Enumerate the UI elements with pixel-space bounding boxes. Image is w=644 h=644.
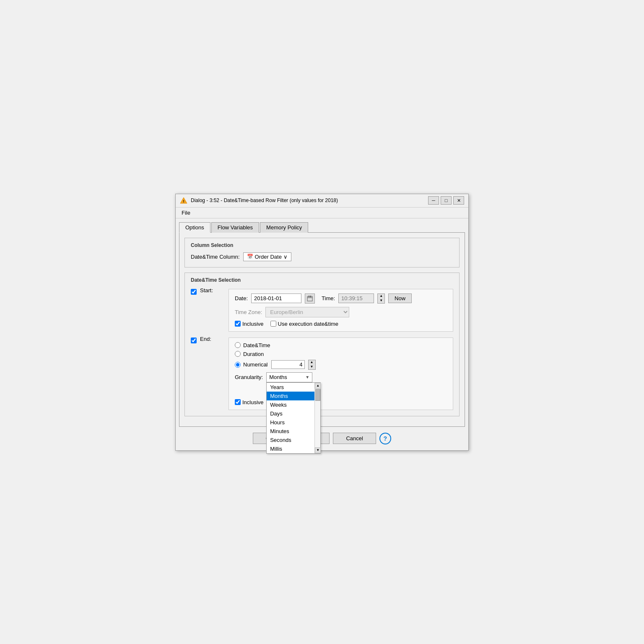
time-label: Time: — [322, 295, 335, 301]
timezone-select[interactable]: Europe/Berlin — [265, 307, 349, 317]
cancel-button[interactable]: Cancel — [333, 433, 376, 444]
help-button[interactable]: ? — [379, 433, 391, 444]
granularity-item-minutes[interactable]: Minutes — [267, 427, 320, 436]
maximize-button[interactable]: □ — [441, 196, 452, 205]
end-numerical-option: Numerical — [235, 361, 268, 368]
now-button[interactable]: Now — [388, 293, 412, 303]
file-menu[interactable]: File — [179, 209, 193, 217]
warning-icon: ! — [180, 197, 187, 204]
numerical-value-input[interactable] — [271, 360, 305, 369]
calendar-icon: 📅 — [247, 254, 253, 260]
calendar-icon — [307, 296, 313, 301]
end-checkbox[interactable] — [191, 338, 197, 343]
start-time-input[interactable]: 10:39:15 — [338, 293, 374, 303]
start-inclusive-checkbox[interactable] — [235, 321, 241, 327]
timezone-label: Time Zone: — [235, 309, 262, 315]
svg-rect-4 — [309, 296, 309, 297]
datetime-selection-section: Date&Time Selection Start: Date: 2018-01… — [184, 273, 460, 416]
scroll-down-button[interactable]: ▼ — [315, 447, 321, 453]
granularity-item-years[interactable]: Years — [267, 383, 320, 392]
bottom-bar: OK Apply Cancel ? — [176, 427, 468, 450]
title-bar: ! Dialog - 3:52 - Date&Time-based Row Fi… — [176, 194, 468, 208]
scroll-track — [315, 389, 320, 447]
title-bar-left: ! Dialog - 3:52 - Date&Time-based Row Fi… — [180, 197, 338, 204]
granularity-dropdown-wrapper: Months ▼ Years Months Weeks Days Hours — [266, 372, 312, 382]
svg-rect-2 — [307, 296, 312, 301]
end-datetime-option: Date&Time — [235, 342, 447, 348]
tab-flow-variables[interactable]: Flow Variables — [211, 222, 259, 233]
granularity-label: Granularity: — [235, 374, 263, 380]
end-datetime-radio-label: Date&Time — [243, 342, 270, 348]
start-inclusive-row: Inclusive Use execution date&time — [235, 321, 447, 327]
column-dropdown-arrow: ∨ — [283, 254, 288, 260]
date-label: Date: — [235, 295, 248, 301]
granularity-select[interactable]: Months ▼ — [266, 372, 312, 382]
use-execution-label: Use execution date&time — [278, 321, 339, 327]
end-label: End: — [200, 336, 217, 342]
close-button[interactable]: ✕ — [453, 196, 464, 205]
numerical-down-button[interactable]: ▼ — [309, 365, 315, 369]
tab-memory-policy[interactable]: Memory Policy — [260, 222, 308, 233]
use-execution-checkbox[interactable] — [270, 321, 276, 327]
column-dropdown[interactable]: 📅 Order Date ∨ — [243, 252, 291, 261]
minimize-button[interactable]: ─ — [428, 196, 439, 205]
time-up-button[interactable]: ▲ — [378, 294, 384, 299]
column-dropdown-value: Order Date — [255, 254, 282, 260]
datetime-column-label: Date&Time Column: — [191, 254, 240, 260]
granularity-item-months[interactable]: Months — [267, 392, 320, 400]
end-datetime-radio[interactable] — [235, 342, 241, 348]
granularity-item-days[interactable]: Days — [267, 409, 320, 418]
column-selection-section: Column Selection Date&Time Column: 📅 Ord… — [184, 238, 460, 267]
start-date-input[interactable]: 2018-01-01 — [251, 293, 301, 303]
menu-bar: File — [176, 208, 468, 218]
end-duration-radio[interactable] — [235, 351, 241, 357]
window-title: Dialog - 3:52 - Date&Time-based Row Filt… — [191, 197, 338, 203]
title-buttons: ─ □ ✕ — [428, 196, 464, 205]
end-inner-section: Date&Time Duration Numerical ▲ — [229, 338, 453, 410]
svg-text:!: ! — [183, 199, 184, 203]
granularity-item-weeks[interactable]: Weeks — [267, 400, 320, 409]
start-label: Start: — [200, 287, 217, 293]
granularity-selected-value: Months — [269, 374, 287, 380]
end-duration-radio-label: Duration — [243, 351, 264, 357]
granularity-item-hours[interactable]: Hours — [267, 418, 320, 427]
end-numerical-radio[interactable] — [235, 362, 241, 368]
tabs-container: Options Flow Variables Memory Policy — [176, 218, 468, 232]
scroll-thumb — [315, 389, 320, 401]
use-execution-group: Use execution date&time — [270, 321, 339, 327]
tab-options[interactable]: Options — [179, 222, 210, 233]
end-inclusive-group: Inclusive — [235, 399, 264, 405]
start-date-row: Date: 2018-01-01 Time: 10:39:15 — [235, 293, 447, 304]
main-window: ! Dialog - 3:52 - Date&Time-based Row Fi… — [175, 194, 469, 451]
time-down-button[interactable]: ▼ — [378, 299, 384, 303]
end-duration-option: Duration — [235, 351, 447, 357]
end-numerical-radio-label: Numerical — [243, 361, 268, 368]
column-selection-title: Column Selection — [191, 242, 453, 248]
granularity-item-millis[interactable]: Millis — [267, 444, 320, 453]
numerical-up-button[interactable]: ▲ — [309, 360, 315, 365]
tab-content-options: Column Selection Date&Time Column: 📅 Ord… — [179, 232, 465, 427]
scroll-up-button[interactable]: ▲ — [315, 383, 321, 389]
svg-rect-5 — [310, 296, 311, 297]
granularity-arrow: ▼ — [305, 375, 309, 379]
end-inclusive-label: Inclusive — [242, 399, 264, 405]
end-inclusive-checkbox[interactable] — [235, 399, 241, 405]
start-inclusive-label: Inclusive — [242, 321, 264, 327]
start-inner-section: Date: 2018-01-01 Time: 10:39:15 — [229, 289, 453, 332]
start-checkbox[interactable] — [191, 289, 197, 295]
column-selection-row: Date&Time Column: 📅 Order Date ∨ — [191, 252, 453, 261]
granularity-dropdown-list: Years Months Weeks Days Hours Minutes Se… — [266, 382, 321, 454]
start-inclusive-group: Inclusive — [235, 321, 264, 327]
numerical-spinner[interactable]: ▲ ▼ — [308, 360, 316, 370]
timezone-row: Time Zone: Europe/Berlin — [235, 307, 447, 317]
calendar-button[interactable] — [305, 293, 315, 304]
datetime-selection-title: Date&Time Selection — [191, 277, 453, 283]
granularity-item-seconds[interactable]: Seconds — [267, 436, 320, 444]
time-spinner[interactable]: ▲ ▼ — [377, 293, 385, 304]
granularity-row: Granularity: Months ▼ Years Months Week — [235, 372, 447, 382]
